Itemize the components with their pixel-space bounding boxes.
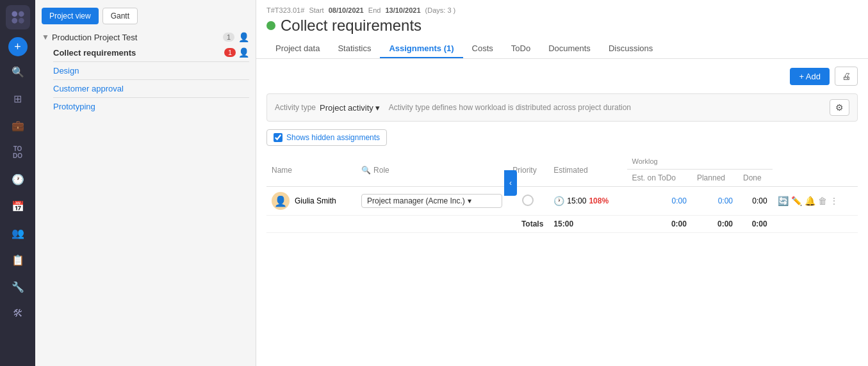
- sidebar-collapse-button[interactable]: ‹: [504, 170, 517, 196]
- sidebar-item-collect-requirements[interactable]: Collect requirements 1 👤: [35, 45, 256, 60]
- percent-value: 108%: [589, 196, 609, 205]
- gantt-button[interactable]: Gantt: [102, 8, 138, 24]
- main-content: T#T323.01# Start 08/10/2021 End 13/10/20…: [256, 0, 868, 366]
- task-user-icon-red: 👤: [238, 47, 249, 58]
- th-role: 🔍 Role: [356, 154, 507, 187]
- tab-project-data[interactable]: Project data: [266, 40, 329, 58]
- th-done: Done: [738, 170, 773, 187]
- th-name: Name: [266, 154, 356, 187]
- more-icon[interactable]: ⋮: [830, 196, 839, 206]
- task-title: Collect requirements: [281, 17, 422, 35]
- sidebar-divider: [53, 61, 249, 62]
- th-planned: Planned: [692, 170, 738, 187]
- sidebar-item-design[interactable]: Design: [35, 63, 256, 78]
- search-nav-icon[interactable]: 🔍: [6, 60, 29, 83]
- delete-icon[interactable]: 🗑: [818, 196, 827, 206]
- calendar-nav-icon[interactable]: 📅: [6, 195, 29, 218]
- td-role: Project manager (Acme Inc.) ▾: [356, 187, 507, 216]
- table-row: 👤 Giulia Smith Project manager (Acme Inc…: [266, 187, 858, 216]
- task-start-date: 08/10/2021: [329, 6, 364, 14]
- th-actions: [773, 154, 858, 187]
- action-bar: + Add 🖨: [266, 67, 858, 86]
- tab-assignments[interactable]: Assignments (1): [380, 40, 463, 58]
- td-done: 0:00: [738, 187, 773, 216]
- estimated-value: 15:00: [567, 196, 586, 205]
- role-value: Project manager (Acme Inc.): [367, 196, 465, 205]
- task-end-date: 13/10/2021: [385, 6, 420, 14]
- project-badge: 1: [223, 33, 234, 42]
- sidebar-divider-3: [53, 97, 249, 98]
- people-nav-icon[interactable]: 👥: [6, 221, 29, 244]
- clock-nav-icon[interactable]: 🕐: [6, 168, 29, 191]
- td-totals-est-on-todo: 0:00: [627, 216, 692, 233]
- project-view-button[interactable]: Project view: [42, 8, 99, 24]
- td-totals-actions: [773, 216, 858, 233]
- sidebar-top-buttons: Project view Gantt: [35, 5, 256, 29]
- priority-circle: [522, 195, 534, 206]
- td-totals-estimated: 15:00: [548, 216, 626, 233]
- td-totals-label: Totals: [266, 216, 548, 233]
- hidden-assignments-label: Shows hidden assignments: [286, 133, 380, 142]
- global-add-button[interactable]: +: [8, 37, 28, 56]
- clock-icon: 🕐: [553, 196, 564, 206]
- hidden-assignments-row: Shows hidden assignments: [266, 129, 858, 146]
- clipboard-nav-icon[interactable]: 📋: [6, 248, 29, 271]
- project-group-name: Production Project Test: [52, 33, 223, 42]
- svg-point-3: [18, 18, 24, 24]
- briefcase-nav-icon[interactable]: 💼: [6, 114, 29, 137]
- nav-bar: + 🔍 ⊞ 💼 TODO 🕐 📅 👥 📋 🔧 🛠: [0, 0, 35, 366]
- th-estimated: Estimated: [548, 154, 626, 187]
- activity-type-chevron-icon: ▾: [375, 103, 380, 113]
- activity-type-value-text: Project activity: [320, 103, 373, 113]
- settings-button[interactable]: ⚙: [830, 99, 849, 116]
- activity-type-description: Activity type defines how workload is di…: [389, 103, 631, 112]
- role-search-icon[interactable]: 🔍: [361, 166, 371, 175]
- todo-nav-icon[interactable]: TODO: [6, 141, 29, 164]
- sidebar-task-label: Customer approval: [53, 84, 249, 93]
- td-user: 👤 Giulia Smith: [266, 187, 356, 216]
- tabs: Project data Statistics Assignments (1) …: [266, 40, 858, 58]
- app-logo: [6, 5, 30, 29]
- refresh-icon[interactable]: 🔄: [778, 196, 789, 206]
- td-totals-planned: 0:00: [692, 216, 738, 233]
- totals-row: Totals 15:00 0:00 0:00 0:00: [266, 216, 858, 233]
- svg-point-0: [12, 11, 17, 17]
- th-worklog: Worklog: [627, 154, 773, 170]
- td-planned[interactable]: 0:00: [692, 187, 738, 216]
- bell-icon[interactable]: 🔔: [805, 196, 815, 206]
- td-est-on-todo[interactable]: 0:00: [627, 187, 692, 216]
- task-badge-red: 1: [224, 48, 236, 57]
- sidebar-task-label: Prototyping: [53, 102, 249, 111]
- td-totals-done: 0:00: [738, 216, 773, 233]
- tab-documents[interactable]: Documents: [539, 40, 600, 58]
- tab-discussions[interactable]: Discussions: [600, 40, 662, 58]
- sidebar: Project view Gantt ▼ Production Project …: [35, 0, 256, 366]
- th-est-on-todo: Est. on ToDo: [627, 170, 692, 187]
- activity-type-label: Activity type: [275, 103, 316, 112]
- activity-type-bar: Activity type Project activity ▾ Activit…: [266, 93, 858, 122]
- task-header: T#T323.01# Start 08/10/2021 End 13/10/20…: [256, 0, 868, 59]
- svg-point-2: [12, 18, 17, 24]
- dashboard-nav-icon[interactable]: ⊞: [6, 87, 29, 110]
- add-button[interactable]: + Add: [790, 68, 830, 85]
- edit-icon[interactable]: ✏️: [791, 196, 802, 206]
- user-name: Giulia Smith: [295, 196, 336, 205]
- sidebar-item-customer-approval[interactable]: Customer approval: [35, 81, 256, 96]
- content-area: + Add 🖨 Activity type Project activity ▾…: [256, 59, 868, 366]
- assignments-table: Name 🔍 Role Priority Estimated Worklog E…: [266, 154, 858, 233]
- wrench-nav-icon[interactable]: 🔧: [6, 275, 29, 298]
- task-end-label: End: [368, 6, 381, 14]
- print-button[interactable]: 🖨: [835, 67, 858, 86]
- tab-todo[interactable]: ToDo: [502, 40, 539, 58]
- tab-costs[interactable]: Costs: [463, 40, 502, 58]
- tools-nav-icon[interactable]: 🛠: [6, 302, 29, 325]
- tab-statistics[interactable]: Statistics: [329, 40, 380, 58]
- sidebar-item-prototyping[interactable]: Prototyping: [35, 99, 256, 114]
- hidden-assignments-checkbox[interactable]: [274, 133, 283, 142]
- hidden-assignments-checkbox-container[interactable]: Shows hidden assignments: [266, 129, 387, 146]
- role-chevron-icon: ▾: [468, 196, 471, 205]
- sidebar-divider-2: [53, 79, 249, 80]
- project-group-header[interactable]: ▼ Production Project Test 1 👤: [35, 29, 256, 45]
- role-select[interactable]: Project manager (Acme Inc.) ▾: [361, 194, 502, 208]
- activity-type-select[interactable]: Project activity ▾: [320, 103, 380, 113]
